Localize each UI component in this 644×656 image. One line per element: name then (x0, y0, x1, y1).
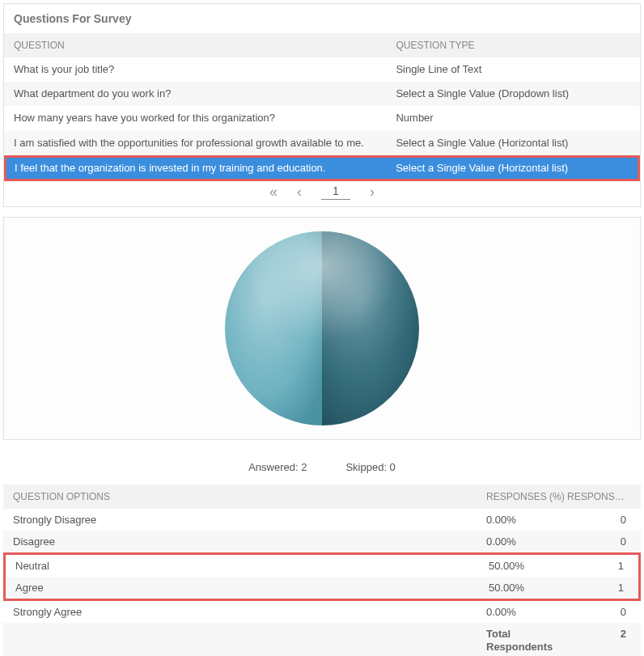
question-cell: I am satisfied with the opportunities fo… (14, 136, 396, 150)
option-row[interactable]: Neutral50.00%1 (6, 555, 638, 577)
option-count: 0 (567, 514, 631, 526)
option-pct: 0.00% (486, 606, 567, 618)
option-row[interactable]: Agree50.00%1 (6, 577, 638, 599)
question-cell: I feel that the organization is invested… (15, 161, 396, 176)
option-row[interactable]: Disagree0.00%0 (3, 531, 641, 552)
chart-panel (3, 217, 641, 440)
option-row[interactable]: Strongly Disagree0.00%0 (3, 509, 641, 531)
option-label: Strongly Agree (13, 606, 486, 618)
answered-label: Answered: 2 (248, 461, 307, 473)
option-count: 0 (567, 606, 631, 618)
table-row[interactable]: I am satisfied with the opportunities fo… (4, 131, 640, 155)
total-value: 2 (567, 628, 631, 653)
options-body: Strongly Disagree0.00%0Disagree0.00%0Neu… (3, 509, 641, 623)
table-row[interactable]: I feel that the organization is invested… (4, 155, 640, 181)
paginator: « ‹ 1 › (4, 181, 640, 206)
header-responses-count[interactable]: RESPONSES (C... (567, 491, 631, 502)
options-header: QUESTION OPTIONS RESPONSES (%) RESPONSES… (3, 485, 641, 509)
question-cell: What department do you work in? (14, 87, 396, 101)
header-question[interactable]: QUESTION (14, 40, 396, 51)
table-row[interactable]: What is your job title?Single Line of Te… (4, 57, 640, 82)
pie-chart (221, 227, 423, 430)
type-cell: Select a Single Value (Horizontal list) (396, 161, 629, 176)
page-number[interactable]: 1 (321, 184, 350, 200)
option-label: Disagree (13, 535, 486, 548)
skipped-label: Skipped: 0 (345, 461, 395, 473)
highlight-block: Neutral50.00%1Agree50.00%1 (3, 552, 641, 601)
option-row[interactable]: Strongly Agree0.00%0 (3, 601, 641, 623)
questions-panel: Questions For Survey QUESTION QUESTION T… (3, 3, 641, 207)
option-label: Strongly Disagree (13, 514, 486, 526)
prev-page-icon[interactable]: ‹ (297, 184, 302, 199)
type-cell: Select a Single Value (Dropdown list) (396, 87, 630, 101)
header-responses-pct[interactable]: RESPONSES (%) (486, 491, 567, 502)
total-label: Total Respondents (486, 628, 567, 653)
option-count: 1 (570, 560, 629, 572)
questions-table-header: QUESTION QUESTION TYPE (4, 33, 640, 57)
table-row[interactable]: What department do you work in?Select a … (4, 82, 640, 106)
first-page-icon[interactable]: « (269, 184, 278, 199)
type-cell: Single Line of Text (396, 62, 630, 77)
next-page-icon[interactable]: › (370, 184, 375, 199)
option-pct: 50.00% (489, 560, 570, 572)
option-label: Agree (15, 582, 489, 594)
option-pct: 50.00% (489, 582, 570, 594)
header-option[interactable]: QUESTION OPTIONS (13, 491, 486, 502)
summary-panel: Answered: 2 Skipped: 0 QUESTION OPTIONS … (3, 450, 641, 656)
option-count: 0 (567, 535, 631, 548)
answered-row: Answered: 2 Skipped: 0 (3, 450, 641, 485)
questions-table-body: What is your job title?Single Line of Te… (4, 57, 640, 181)
question-cell: How many years have you worked for this … (14, 111, 396, 125)
question-cell: What is your job title? (14, 62, 396, 77)
option-count: 1 (570, 582, 629, 594)
pie-gloss (225, 231, 419, 425)
option-pct: 0.00% (486, 535, 567, 548)
option-pct: 0.00% (486, 514, 567, 526)
panel-title: Questions For Survey (4, 4, 640, 33)
total-row: Total Respondents 2 (3, 623, 641, 656)
header-type[interactable]: QUESTION TYPE (396, 40, 630, 51)
type-cell: Number (396, 111, 630, 125)
table-row[interactable]: How many years have you worked for this … (4, 106, 640, 130)
option-label: Neutral (15, 560, 489, 572)
type-cell: Select a Single Value (Horizontal list) (396, 136, 630, 150)
